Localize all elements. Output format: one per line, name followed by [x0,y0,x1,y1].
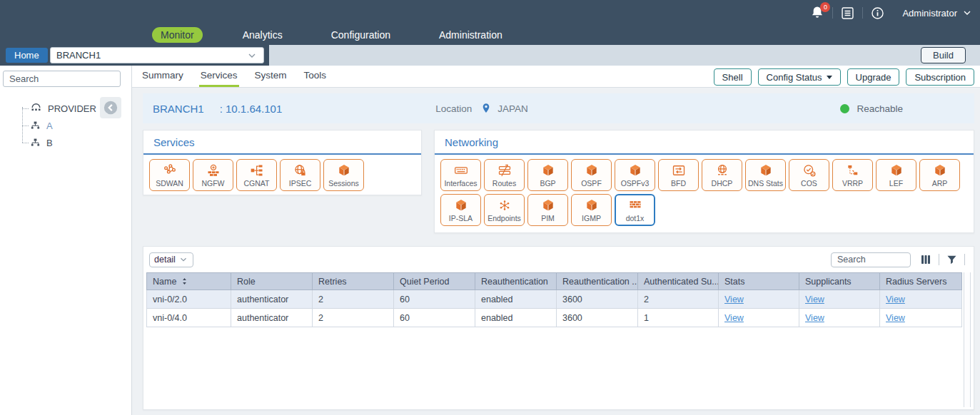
appliance-selector-bar: Home BRANCH1 Build [0,45,980,66]
cube-icon [585,198,599,212]
column-header-retries[interactable]: Retries [313,273,394,290]
networking-button-arp[interactable]: ARP [919,159,960,191]
column-header-quiet-period[interactable]: Quiet Period [394,273,475,290]
dot1x-table: Name Role Retries Quiet Period Reauthent… [146,272,962,327]
networking-button-bfd[interactable]: BFD [658,159,699,191]
table-scrollbar[interactable] [964,272,971,407]
tab-services[interactable]: Services [199,66,239,87]
networking-button-cos[interactable]: COS [789,159,829,191]
filter-icon[interactable] [946,254,958,266]
upgrade-button[interactable]: Upgrade [847,68,900,86]
networking-button-routes[interactable]: Routes [484,159,525,191]
globe-lock-icon [293,163,308,178]
stats-view-link[interactable]: View [724,294,744,304]
networking-button-dhcp[interactable]: DHCP [702,159,742,191]
service-button-label: SDWAN [156,179,183,188]
networking-button-ospf[interactable]: OSPF [571,159,612,191]
cell-role: authenticator [231,309,313,327]
appliance-ip: : 10.1.64.101 [220,103,283,115]
column-header-reauthentication[interactable]: Reauthentication [475,273,557,290]
tree-item-b[interactable]: B [0,134,131,151]
networking-button-pim[interactable]: PIM [527,194,568,226]
user-menu-label: Administrator [902,8,957,19]
service-button-label: IP-SLA [449,214,473,222]
service-button-sessions[interactable]: Sessions [323,159,364,191]
tasks-icon[interactable] [840,6,855,21]
column-header-role[interactable]: Role [231,273,313,290]
sidebar-search-input[interactable] [3,71,121,87]
supplicants-view-link[interactable]: View [805,294,824,304]
radius-servers-view-link[interactable]: View [886,313,905,323]
notifications-button[interactable]: 0 [809,5,825,21]
networking-button-bgp[interactable]: BGP [527,159,568,191]
tab-system[interactable]: System [253,66,288,87]
service-button-label: NGFW [201,179,224,188]
location-value: JAPAN [497,103,528,114]
appliance-tree: PROVIDER A B [0,100,131,151]
config-status-button[interactable]: Config Status [758,68,841,86]
networking-button-vrrp[interactable]: VRRP [832,159,873,191]
info-icon[interactable] [870,6,885,21]
service-button-label: ARP [932,179,948,188]
tree-item-label: B [46,138,53,148]
home-button[interactable]: Home [6,48,48,63]
radius-servers-view-link[interactable]: View [886,294,905,304]
tree-item-provider[interactable]: PROVIDER [0,100,131,117]
user-menu[interactable]: Administrator [902,7,973,19]
service-button-label: DNS Stats [748,179,783,188]
appliance-select[interactable]: BRANCH1 [50,47,264,63]
main-nav: Monitor Analytics Configuration Administ… [152,27,511,43]
column-header-reauthentication-interval[interactable]: Reauthentication ... [557,273,638,290]
service-button-sdwan[interactable]: SDWAN [149,159,190,191]
table-search-input[interactable] [831,252,911,267]
tree-item-a[interactable]: A [0,117,131,134]
brick-wall-icon [628,198,642,212]
networking-panel-header: Networking [435,130,974,155]
column-header-name[interactable]: Name [147,273,231,290]
arrows-icon [672,163,686,178]
service-button-ngfw[interactable]: NGFW [193,159,233,191]
cube-icon [541,163,555,178]
view-mode-select[interactable]: detail [149,252,193,267]
service-button-ipsec[interactable]: IPSEC [280,159,320,191]
sidebar: PROVIDER A B [0,66,132,415]
networking-button-ospfv3[interactable]: OSPFv3 [615,159,655,191]
nav-item-administration[interactable]: Administration [430,27,511,43]
nav-item-analytics[interactable]: Analytics [234,27,291,43]
appliance-name-link[interactable]: BRANCH1 [153,103,204,115]
table-row[interactable]: vni-0/4.0 authenticator 2 60 enabled 360… [147,309,962,327]
cell-reauthentication: enabled [475,290,557,309]
column-header-stats[interactable]: Stats [719,273,799,290]
nav-item-monitor[interactable]: Monitor [152,27,203,43]
service-button-label: BFD [671,179,686,188]
column-header-authenticated-supplicants[interactable]: Authenticated Su... [638,273,719,290]
networking-button-dot1x[interactable]: dot1x [615,194,655,226]
networking-button-endpoints[interactable]: Endpoints [484,194,525,226]
collapse-sidebar-button[interactable] [100,97,121,118]
tab-tools[interactable]: Tools [303,66,328,87]
cube-icon [585,163,599,178]
networking-button-ip-sla[interactable]: IP-SLA [440,194,481,226]
networking-button-dns-stats[interactable]: DNS Stats [745,159,786,191]
networking-button-interfaces[interactable]: Interfaces [440,159,481,191]
columns-icon[interactable] [919,253,932,266]
cell-retries: 2 [313,309,394,327]
service-button-label: Interfaces [444,179,477,188]
networking-button-igmp[interactable]: IGMP [571,194,612,226]
build-button[interactable]: Build [921,47,966,63]
back-arrow-icon [103,100,118,116]
stats-view-link[interactable]: View [724,313,744,323]
service-button-cgnat[interactable]: CGNAT [236,159,277,191]
tab-summary[interactable]: Summary [141,66,185,87]
subscription-button[interactable]: Subscription [906,68,974,86]
cube-icon [628,163,642,178]
table-row[interactable]: vni-0/2.0 authenticator 2 60 enabled 360… [147,290,962,309]
networking-button-lef[interactable]: LEF [876,159,916,191]
shell-button[interactable]: Shell [714,68,752,86]
nav-item-configuration[interactable]: Configuration [323,27,399,43]
cube-icon [759,163,773,178]
column-header-supplicants[interactable]: Supplicants [799,273,880,290]
column-header-radius-servers[interactable]: Radius Servers [880,273,962,290]
clock-check-icon [802,163,817,178]
supplicants-view-link[interactable]: View [805,313,824,323]
